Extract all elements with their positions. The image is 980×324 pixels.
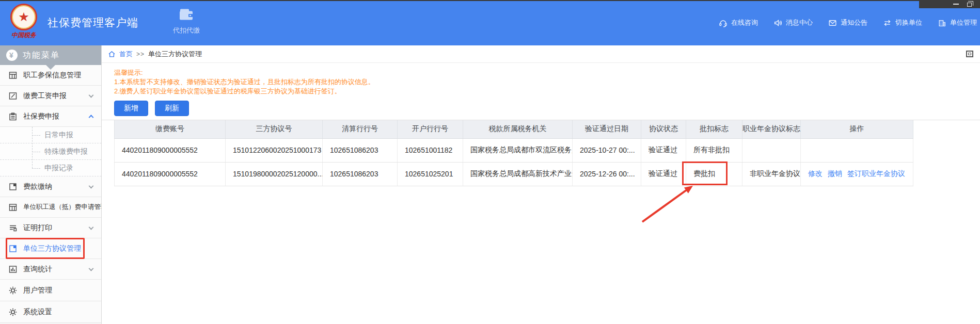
home-icon[interactable] [108, 50, 116, 58]
chevron-down-icon [89, 224, 94, 230]
content-panel: 首页 >> 单位三方协议管理 温馨提示: 1.本系统暂不支持修改、撤销验证状态为… [102, 45, 980, 324]
sidebar-item-label: 单位职工退（抵）费申请管理 [23, 203, 101, 212]
sidebar-item-label: 费款缴纳 [23, 182, 52, 191]
app-title: 社保费管理客户端 [48, 15, 138, 30]
menu-label: 通知公告 [841, 18, 867, 27]
clipboard-icon [8, 112, 18, 121]
sidebar-item-label: 缴费工资申报 [23, 91, 67, 101]
breadcrumb-home[interactable]: 首页 [119, 50, 133, 59]
swap-icon [883, 19, 892, 27]
menu-label: 单位管理 [950, 18, 977, 27]
sign-annuity-link[interactable]: 签订职业年金协议 [847, 169, 905, 177]
headset-icon [719, 19, 728, 27]
table-cell-actions: 修改撤销签订职业年金协议 [801, 162, 913, 186]
sidebar-header-notch [46, 65, 55, 70]
chevron-up-icon [89, 115, 94, 120]
breadcrumb-separator: >> [136, 51, 145, 58]
sidebar-subitem-label: 特殊缴费申报 [44, 147, 88, 155]
col-header-agreement-status: 协议状态 [641, 120, 686, 138]
breadcrumb: 首页 >> 单位三方协议管理 [102, 45, 980, 63]
menu-message-center[interactable]: 消息中心 [773, 18, 813, 27]
tax-emblem-icon: ★ [10, 4, 37, 30]
table-cell: 非职业年金协议 [742, 162, 801, 186]
table-row[interactable]: 4402011809000005552 15101980000202512000… [115, 162, 913, 186]
panel-expand-icon[interactable] [966, 51, 973, 57]
chevron-down-icon [89, 266, 94, 271]
sidebar-header: ¥ 功能菜单 [0, 45, 101, 65]
table-header-row: 缴费账号 三方协议号 清算行行号 开户行行号 税款所属税务机关 验证通过日期 协… [115, 120, 913, 138]
col-header-verify-date: 验证通过日期 [573, 120, 641, 138]
col-header-opening-bank-no: 开户行行号 [398, 120, 463, 138]
building-icon [938, 19, 946, 27]
sidebar-item-refund-request[interactable]: 单位职工退（抵）费申请管理 [0, 197, 101, 218]
agreement-table: 缴费账号 三方协议号 清算行行号 开户行行号 税款所属税务机关 验证通过日期 协… [114, 120, 913, 186]
notice-title: 温馨提示: [114, 68, 980, 77]
menu-notices[interactable]: 通知公告 [828, 18, 867, 27]
refresh-button[interactable]: 刷新 [155, 101, 189, 116]
sidebar-item-system-settings[interactable]: 系统设置 [0, 301, 101, 323]
table-cell-batch-flag: 费批扣 [686, 162, 742, 186]
sidebar-item-user-management[interactable]: 用户管理 [0, 280, 101, 301]
table-cell: 4402011809000005552 [115, 138, 226, 162]
table-cell: 国家税务总局成都市双流区税务局 [463, 138, 573, 162]
toolbar-buttons: 新增 刷新 [114, 101, 980, 116]
col-header-tax-authority: 税款所属税务机关 [463, 120, 573, 138]
table-cell [801, 138, 913, 162]
sidebar-item-query-statistics[interactable]: 查询统计 [0, 259, 101, 280]
chart-icon [8, 265, 18, 274]
menu-unit-management[interactable]: 单位管理 [938, 18, 977, 27]
table-row[interactable]: 4402011809000005552 15101220600202510001… [115, 138, 913, 162]
sidebar-item-fee-payment[interactable]: 费款缴纳 [0, 176, 101, 197]
book-icon [8, 244, 18, 253]
toolbar-item-withholding[interactable]: 代扣代缴 [166, 8, 207, 35]
sidebar-item-label: 查询统计 [23, 265, 52, 274]
toolbar-item-label: 代扣代缴 [166, 26, 207, 35]
envelope-icon [828, 19, 837, 27]
sidebar-item-tripartite-agreement[interactable]: 单位三方协议管理 [0, 238, 101, 259]
table-cell: 验证通过 [641, 162, 686, 186]
table-cell: 102651025201 [398, 162, 463, 186]
sidebar-item-certificate-print[interactable]: 证明打印 [0, 218, 101, 238]
table-cell: 所有非批扣 [686, 138, 742, 162]
table-cell [742, 138, 801, 162]
table-cell: 2025-10-27 00:... [573, 138, 641, 162]
table-cell: 验证通过 [641, 138, 686, 162]
book-icon [8, 182, 18, 191]
sidebar-item-label: 用户管理 [23, 286, 52, 295]
grid-icon [8, 203, 18, 212]
sidebar-subitem-daily-declare[interactable]: 日常申报 [0, 127, 101, 143]
wallet-icon [179, 8, 194, 21]
app-logo: ★ 中国税务 [7, 3, 40, 40]
table-cell: 2025-12-26 00:... [573, 162, 641, 186]
revoke-link[interactable]: 撤销 [828, 169, 842, 177]
sidebar-item-salary-declare[interactable]: 缴费工资申报 [0, 86, 101, 106]
sidebar-subitem-special-payment[interactable]: 特殊缴费申报 [0, 143, 101, 160]
grid-icon [8, 71, 18, 80]
notice-block: 温馨提示: 1.本系统暂不支持修改、撤销验证状态为验证通过，且批扣标志为所有批扣… [114, 68, 980, 96]
sidebar-subitem-declare-records[interactable]: 申报记录 [0, 160, 101, 176]
yuan-circle-icon: ¥ [6, 50, 18, 61]
restore-icon[interactable] [967, 3, 972, 7]
sidebar-item-label: 证明打印 [23, 223, 52, 233]
sidebar-item-label: 单位三方协议管理 [23, 244, 81, 253]
app-header: ★ 中国税务 社保费管理客户端 代扣代缴 在线咨询 [0, 0, 980, 45]
table-cell: 国家税务总局成都高新技术产业开... [463, 162, 573, 186]
speaker-icon [773, 19, 782, 27]
minimize-icon[interactable] [953, 4, 959, 5]
doc-lines-icon [8, 223, 18, 233]
add-button[interactable]: 新增 [114, 101, 148, 116]
main-layout: ¥ 功能菜单 职工参保信息管理 缴费工资申报 社保费申报 [0, 45, 980, 324]
sidebar-item-label: 社保费申报 [23, 112, 59, 121]
menu-label: 消息中心 [786, 18, 813, 27]
breadcrumb-current: 单位三方协议管理 [148, 50, 202, 59]
sidebar-item-label: 系统设置 [23, 307, 52, 317]
menu-online-consult[interactable]: 在线咨询 [719, 18, 758, 27]
modify-link[interactable]: 修改 [808, 169, 823, 177]
sidebar-item-social-fee-declare[interactable]: 社保费申报 [0, 106, 101, 127]
menu-label: 切换单位 [895, 18, 922, 27]
notice-line: 2.缴费人签订职业年金协议需以验证通过的税库银三方协议为基础进行签订。 [114, 87, 980, 96]
table-cell: 151019800002025120000... [226, 162, 323, 186]
edit-icon [8, 91, 18, 101]
menu-switch-unit[interactable]: 切换单位 [883, 18, 922, 27]
sidebar-subitem-label: 申报记录 [44, 164, 73, 172]
